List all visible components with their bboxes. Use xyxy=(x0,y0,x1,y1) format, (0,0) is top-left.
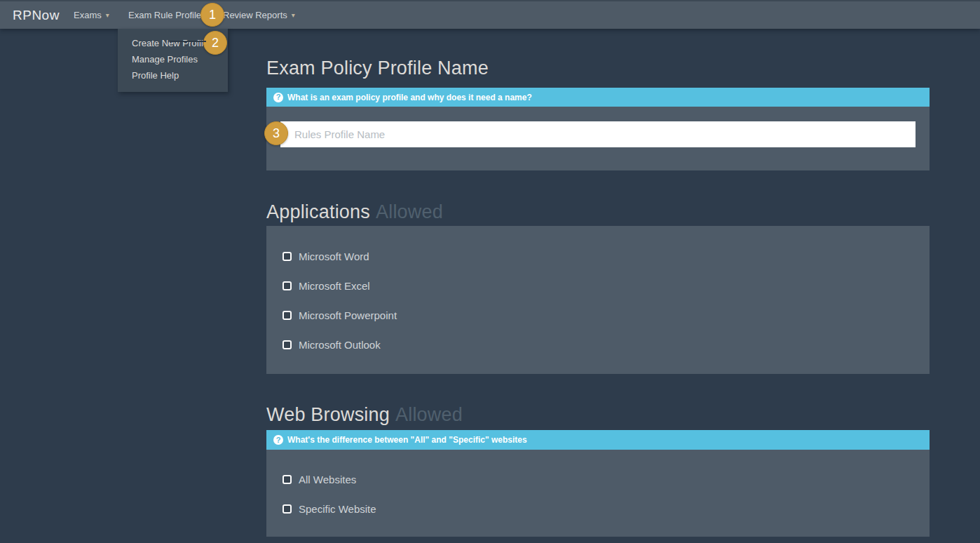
checkbox-label: Microsoft Outlook xyxy=(299,339,381,351)
rules-profile-name-input[interactable] xyxy=(280,121,916,147)
step-badge-2: 2 xyxy=(203,31,227,55)
brand-logo[interactable]: RPNow xyxy=(13,1,60,29)
question-circle-icon: ? xyxy=(273,93,283,102)
step-badge-3: 3 xyxy=(264,121,288,145)
checkbox-label: All Websites xyxy=(299,474,356,485)
nav-menu-item[interactable]: Exam Rule Profile ▾ xyxy=(128,1,209,29)
checkbox-row[interactable]: Microsoft Powerpoint xyxy=(283,309,930,321)
checkbox-label: Microsoft Powerpoint xyxy=(299,309,397,321)
checkbox-row[interactable]: All Websites xyxy=(283,474,930,485)
dropdown-menu-item[interactable]: Profile Help xyxy=(118,67,228,83)
checkbox[interactable] xyxy=(283,281,292,290)
nav-menu-item-label: Exam Rule Profile xyxy=(128,10,201,20)
section-title-web-browsing: Web BrowsingAllowed xyxy=(266,404,463,426)
checkbox[interactable] xyxy=(283,504,292,514)
step-badge-1: 1 xyxy=(200,3,224,27)
checkbox-row[interactable]: Specific Website xyxy=(283,503,930,515)
section-title-suffix: Allowed xyxy=(395,404,463,425)
panel-applications: Microsoft Word Microsoft Excel Microsoft… xyxy=(266,226,930,374)
panel-profile-name xyxy=(266,107,930,170)
nav-menu-item-label: Review Reports xyxy=(223,10,287,20)
help-bar-text: What's the difference between "All" and … xyxy=(287,435,527,445)
checkbox[interactable] xyxy=(283,475,292,484)
web-browsing-checkbox-list: All Websites Specific Website xyxy=(266,450,930,515)
help-bar-web-browsing[interactable]: ? What's the difference between "All" an… xyxy=(266,430,930,450)
checkbox-label: Microsoft Excel xyxy=(299,280,370,292)
checkbox[interactable] xyxy=(283,311,292,320)
checkbox-row[interactable]: Microsoft Excel xyxy=(283,280,930,292)
annotation-line xyxy=(170,41,206,42)
panel-web-browsing: All Websites Specific Website xyxy=(266,450,930,537)
help-bar-profile-name[interactable]: ? What is an exam policy profile and why… xyxy=(266,88,930,107)
chevron-down-icon: ▾ xyxy=(106,12,109,19)
section-title-applications: ApplicationsAllowed xyxy=(266,201,443,223)
nav-menu-item[interactable]: Review Reports ▾ xyxy=(223,1,295,29)
checkbox[interactable] xyxy=(283,252,292,261)
checkbox-label: Microsoft Word xyxy=(299,250,369,262)
checkbox-label: Specific Website xyxy=(299,503,376,515)
page-title: Exam Policy Profile Name xyxy=(266,58,489,79)
section-title-text: Web Browsing xyxy=(266,404,390,425)
nav-menu-item[interactable]: Exams ▾ xyxy=(74,1,109,29)
top-navbar: RPNow Exams ▾ Exam Rule Profile ▾ Review… xyxy=(0,0,980,29)
checkbox-row[interactable]: Microsoft Outlook xyxy=(283,339,930,351)
question-circle-icon: ? xyxy=(273,435,283,445)
applications-checkbox-list: Microsoft Word Microsoft Excel Microsoft… xyxy=(266,226,930,351)
chevron-down-icon: ▾ xyxy=(292,12,295,19)
section-title-text: Applications xyxy=(266,201,370,222)
section-title-suffix: Allowed xyxy=(376,201,443,222)
checkbox[interactable] xyxy=(283,340,292,349)
checkbox-row[interactable]: Microsoft Word xyxy=(283,250,930,262)
nav-menu-item-label: Exams xyxy=(74,10,102,20)
help-bar-text: What is an exam policy profile and why d… xyxy=(287,93,532,102)
